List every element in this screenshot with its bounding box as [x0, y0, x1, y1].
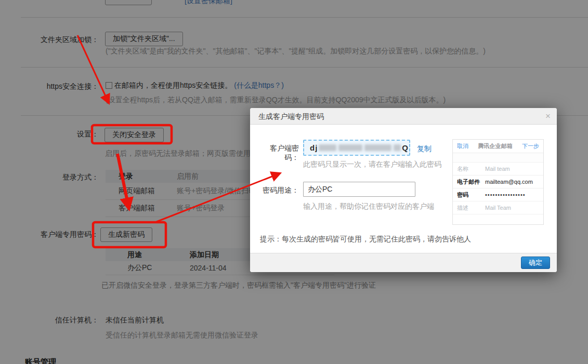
preview-field-label: 描述: [457, 204, 485, 212]
dialog-tip: 提示：每次生成的密码皆可使用，无需记住此密码，请勿告诉他人: [260, 235, 471, 244]
preview-cancel-label: 取消: [457, 142, 468, 150]
password-prefix: dj: [310, 143, 318, 152]
generate-client-password-dialog: 生成客户端专用密码 × 客户端密码： djQ 复制 此密码只显示一次，请在客户端…: [250, 108, 557, 272]
preview-row-name: 名称 Mail team: [453, 163, 543, 176]
preview-row-description: 描述 Mail Team: [453, 201, 543, 214]
password-redacted: [364, 144, 391, 151]
preview-field-label: 名称: [457, 165, 485, 173]
preview-field-value: Mail Team: [485, 205, 511, 211]
password-redacted: [338, 144, 362, 151]
purpose-input[interactable]: [303, 182, 415, 197]
preview-field-value: mailteam@qq.com: [485, 179, 533, 185]
ok-button[interactable]: 确定: [521, 257, 550, 269]
preview-field-label: 电子邮件: [457, 178, 485, 186]
preview-title: 腾讯企业邮箱: [478, 142, 513, 150]
preview-row-email: 电子邮件 mailteam@qq.com: [453, 176, 543, 188]
mail-client-preview: 取消 腾讯企业邮箱 下一步 名称 Mail team 电子邮件 mailteam…: [452, 139, 544, 225]
screen: 修改密码 [设置密保邮箱] 文件夹区域加锁： 加锁"文件夹区域"... ("文件…: [0, 0, 588, 364]
purpose-field-label: 密码用途：: [256, 186, 299, 195]
copy-link[interactable]: 复制: [417, 144, 432, 154]
dialog-footer: 确定: [250, 253, 557, 272]
password-redacted: [394, 144, 401, 151]
preview-field-label: 密码: [457, 191, 485, 199]
preview-field-value: ••••••••••••••••: [485, 192, 526, 198]
client-password-field-label: 客户端密码：: [256, 144, 299, 163]
purpose-hint: 输入用途，帮助你记住密码对应的客户端: [303, 202, 434, 211]
preview-field-value: Mail team: [485, 166, 510, 172]
mail-client-preview-header: 取消 腾讯企业邮箱 下一步: [453, 140, 543, 153]
password-hint: 此密码只显示一次，请在客户端输入此密码: [303, 160, 441, 169]
preview-next-label: 下一步: [522, 142, 539, 150]
password-suffix: Q: [402, 143, 409, 152]
dialog-title: 生成客户端专用密码: [250, 108, 557, 125]
preview-row-password: 密码 ••••••••••••••••: [453, 188, 543, 201]
generated-password-box[interactable]: djQ: [303, 140, 410, 156]
password-redacted: [319, 144, 336, 151]
close-icon[interactable]: ×: [545, 111, 551, 122]
preview-spacer: [453, 153, 543, 163]
